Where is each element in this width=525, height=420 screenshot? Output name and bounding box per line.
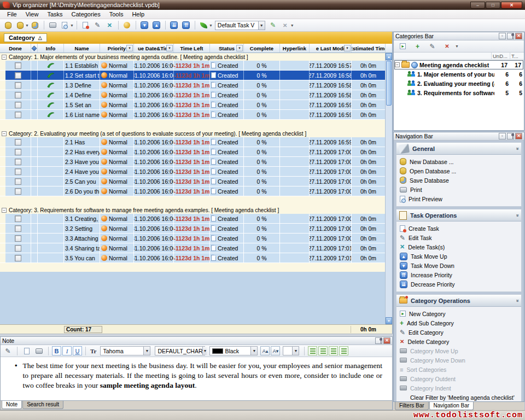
done-checkbox[interactable] — [15, 72, 21, 79]
task-row[interactable]: 3.3 AttachingNormal31.10.2006 16:00-1123… — [0, 234, 392, 243]
menu-tasks[interactable]: Tasks — [43, 10, 67, 18]
note-page-icon[interactable] — [21, 346, 32, 356]
group-by-chip[interactable]: Category △ — [4, 33, 47, 42]
task-row[interactable]: 2.2 Has everyNormal31.10.2006 16:00-1123… — [0, 147, 392, 157]
menu-help[interactable]: Help — [127, 10, 149, 18]
scrollbar-thumb[interactable] — [386, 61, 392, 106]
pin-icon[interactable] — [507, 33, 514, 39]
delete-category-button[interactable]: ✕ — [441, 41, 453, 51]
complete-task-button[interactable] — [121, 20, 133, 31]
section-header[interactable]: Task Operations« — [396, 209, 521, 221]
nav-item-open-database-[interactable]: Open Database ... — [400, 166, 520, 176]
task-row[interactable]: 2.1 HasNormal31.10.2006 16:00-1123d 1h 1… — [0, 137, 392, 147]
task-row[interactable]: 3.4 Sharing tasksNormal31.10.2006 16:00-… — [0, 243, 392, 253]
edit-task-button[interactable]: ✎ — [92, 20, 103, 31]
collapse-icon[interactable]: − — [2, 208, 7, 213]
column-header-e-last-modi[interactable]: e Last Modi▼ — [310, 44, 352, 52]
close-icon[interactable]: ✕ — [515, 133, 522, 139]
nav-item-create-task[interactable]: Create Task — [400, 224, 520, 233]
filter-dropdown-icon[interactable]: ▼ — [166, 45, 173, 51]
close-icon[interactable]: ✕ — [383, 337, 390, 344]
nav-item-delete-task-s-[interactable]: ✕Delete Task(s) — [400, 242, 520, 252]
chevron-down-icon[interactable]: ▼ — [70, 24, 74, 27]
note-content[interactable]: • The best time for your next meeting is… — [1, 357, 392, 400]
column-header-hyperlink[interactable]: Hyperlink — [280, 44, 310, 52]
delete-task-button[interactable]: ✕ — [104, 20, 115, 31]
done-checkbox[interactable] — [15, 245, 21, 252]
new-database-button[interactable] — [2, 20, 14, 31]
grid-vertical-scrollbar[interactable]: ▲ ▼ — [385, 53, 392, 324]
open-database-button[interactable] — [14, 20, 26, 31]
column-header-priority-flag[interactable] — [31, 44, 38, 52]
done-checkbox[interactable] — [15, 159, 21, 165]
collapse-icon[interactable]: − — [2, 55, 7, 60]
filter-dropdown-icon[interactable]: ▼ — [126, 45, 133, 51]
apply-view-button[interactable]: ✎ — [267, 20, 279, 31]
chevron-down-icon[interactable]: ▼ — [455, 44, 459, 48]
chevron-down-icon[interactable]: ▼ — [143, 347, 150, 355]
category-group-header[interactable]: −Category: 2. Evaluating your meeting (a… — [0, 130, 392, 137]
nav-item-task-move-up[interactable]: ▴Task Move Up — [400, 252, 520, 261]
col-undone[interactable]: UnD... — [491, 52, 510, 59]
window-position-icon[interactable]: ▫ — [499, 133, 506, 139]
nav-item-new-database-[interactable]: New Database ... — [400, 157, 520, 166]
done-checkbox[interactable] — [15, 112, 21, 118]
chevron-down-icon[interactable]: ▼ — [250, 347, 257, 355]
pin-icon[interactable] — [375, 337, 382, 344]
tab-navigation-bar[interactable]: Navigation Bar — [429, 402, 474, 410]
task-row[interactable]: 3.1 Creating,Normal31.10.2006 16:00-1123… — [0, 214, 392, 224]
maximize-button[interactable]: □ — [486, 2, 500, 9]
tree-category-item[interactable]: 1. Major elements of your busine66 — [394, 69, 524, 79]
tree-root-item[interactable]: −Meeting agenda checklist1717 — [394, 60, 523, 69]
minimize-button[interactable]: – — [470, 2, 485, 9]
done-checkbox[interactable] — [15, 188, 21, 195]
save-database-button[interactable] — [30, 20, 41, 31]
task-row[interactable]: 2.3 Have youNormal31.10.2006 16:00-1123d… — [0, 157, 392, 167]
collapse-icon[interactable]: − — [2, 131, 7, 136]
close-button[interactable]: ✕ — [501, 2, 522, 9]
increase-priority-button[interactable]: ⇈ — [180, 20, 192, 31]
new-category-button[interactable]: ▸ — [397, 41, 409, 51]
print-preview-button[interactable] — [59, 20, 71, 31]
chevron-down-icon[interactable]: ▼ — [290, 24, 294, 27]
filter-dropdown-icon[interactable]: ▼ — [344, 45, 351, 51]
menu-view[interactable]: View — [21, 10, 43, 18]
done-checkbox[interactable] — [15, 235, 21, 242]
insert-pen-icon[interactable]: ✎ — [2, 346, 14, 356]
nav-item-edit-category[interactable]: ✎Edit Category — [400, 328, 520, 337]
task-row[interactable]: 1.5 Set anNormal31.10.2006 16:00-1123d 1… — [0, 100, 392, 110]
section-header[interactable]: Category Operations« — [396, 295, 521, 307]
column-header-name[interactable]: Name — [64, 44, 100, 52]
column-header-done[interactable]: Done — [0, 44, 31, 52]
task-view-combo[interactable]: Default Task V ▼ — [215, 21, 265, 30]
nav-item-task-move-down[interactable]: ▾Task Move Down — [400, 261, 520, 270]
tree-category-item[interactable]: 2. Evaluating your meeting (a se66 — [394, 79, 524, 88]
chevron-down-icon[interactable]: ▼ — [209, 24, 213, 27]
done-checkbox[interactable] — [15, 62, 21, 69]
create-task-button[interactable] — [80, 20, 91, 31]
tab-filters-bar[interactable]: Filters Bar — [395, 402, 429, 410]
nav-item-edit-task[interactable]: ✎Edit Task — [400, 233, 520, 242]
nav-item-decrease-priority[interactable]: ⇊Decrease Priority — [400, 279, 520, 289]
window-position-icon[interactable]: ▫ — [499, 33, 506, 39]
collapse-chevron-icon[interactable]: « — [514, 299, 520, 302]
done-checkbox[interactable] — [15, 139, 21, 145]
bold-button[interactable]: B — [52, 346, 61, 355]
category-group-header[interactable]: −Category: 1. Major elements of your bus… — [0, 53, 392, 61]
font-combo[interactable]: Tahoma ▼ — [100, 346, 150, 355]
chevron-down-icon[interactable]: ▼ — [25, 24, 29, 27]
column-header-complete[interactable]: Complete — [244, 44, 280, 52]
done-checkbox[interactable] — [15, 102, 21, 108]
clear-view-button[interactable]: ✕ — [279, 20, 291, 31]
scroll-up-icon[interactable]: ▲ — [386, 53, 392, 60]
done-checkbox[interactable] — [15, 178, 21, 185]
task-move-down-button[interactable]: ▾ — [139, 20, 150, 31]
task-row[interactable]: 2.6 Do you thinkNormal31.10.2006 16:00-1… — [0, 186, 392, 196]
done-checkbox[interactable] — [15, 215, 21, 222]
underline-button[interactable]: U — [73, 346, 82, 355]
char-style-combo[interactable]: DEFAULT_CHAR ▼ — [155, 346, 205, 355]
task-row[interactable]: 3.5 You canNormal31.10.2006 16:00-1123d … — [0, 253, 392, 263]
column-header-estimated-time[interactable]: Estimated Time — [352, 44, 386, 52]
done-checkbox[interactable] — [15, 225, 21, 232]
col-total[interactable]: T... — [510, 52, 524, 59]
